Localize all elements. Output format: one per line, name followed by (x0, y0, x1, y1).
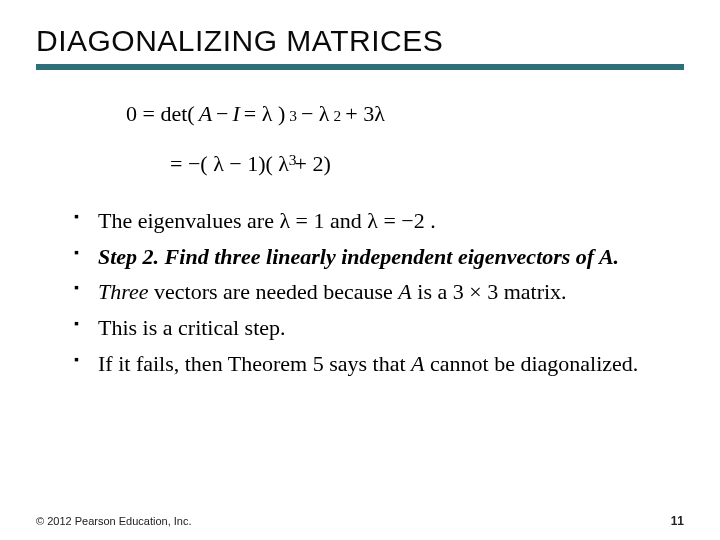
bullet-text: . (430, 208, 436, 233)
equation-line-1: 0 = det( A − I = λ ) 3 − λ 2 + 3λ (126, 92, 684, 136)
eq-var-I: I (233, 92, 240, 136)
inline-eq: λ = 1 (279, 208, 324, 233)
eq-text: − (216, 92, 228, 136)
bullet-text: Three (98, 279, 149, 304)
bullet-item-1: The eigenvalues are λ = 1 and λ = −2 . (74, 206, 684, 236)
bullet-text: vectors are needed because (154, 279, 398, 304)
eq-text: − λ (301, 92, 330, 136)
bullet-text: Step 2. Find three linearly independent … (98, 244, 619, 269)
bullet-text: This is a critical step. (98, 315, 286, 340)
bullet-item-4: This is a critical step. (74, 313, 684, 343)
bullet-text: matrix. (504, 279, 567, 304)
title-underline (36, 64, 684, 70)
inline-dim: 3 × 3 (453, 279, 498, 304)
slide-title: DIAGONALIZING MATRICES (36, 24, 684, 58)
copyright-text: © 2012 Pearson Education, Inc. (36, 515, 191, 527)
bullet-item-2: Step 2. Find three linearly independent … (74, 242, 684, 272)
eq-text: = λ ) (244, 92, 285, 136)
bullet-text: If it fails, then Theorem 5 says that (98, 351, 411, 376)
bullet-text: cannot be diagonalized. (430, 351, 638, 376)
slide: DIAGONALIZING MATRICES 0 = det( A − I = … (0, 0, 720, 540)
bullet-item-3: Three vectors are needed because A is a … (74, 277, 684, 307)
eq-text: + 3λ (345, 92, 385, 136)
eq-var-A: A (199, 92, 212, 136)
equation-block: 0 = det( A − I = λ ) 3 − λ 2 + 3λ = −( λ… (126, 92, 684, 186)
eq-text: = −( λ − 1)( λ + 2) (170, 142, 331, 186)
equation-line-2: = −( λ − 1)( λ + 2) 3 (170, 142, 684, 186)
page-number: 11 (671, 514, 684, 528)
bullet-list: The eigenvalues are λ = 1 and λ = −2 . S… (74, 206, 684, 378)
inline-var-A: A (398, 279, 411, 304)
bullet-item-5: If it fails, then Theorem 5 says that A … (74, 349, 684, 379)
bullet-text: and (330, 208, 367, 233)
eq-text: 0 = det( (126, 92, 195, 136)
bullet-text: is a (417, 279, 452, 304)
inline-eq: λ = −2 (367, 208, 424, 233)
bullet-text: The eigenvalues are (98, 208, 279, 233)
footer: © 2012 Pearson Education, Inc. 11 (36, 514, 684, 528)
inline-var-A: A (411, 351, 424, 376)
